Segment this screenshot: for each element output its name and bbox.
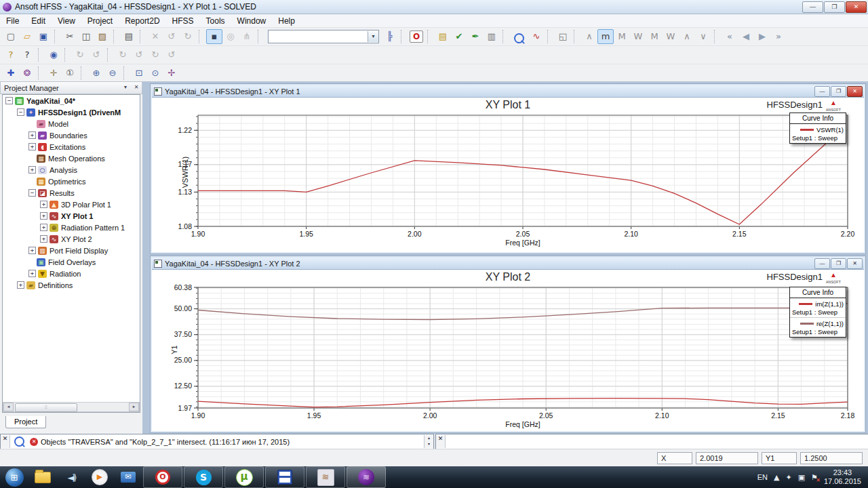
tree-item-project-yagakitai[interactable]: −▦YagaKitai_04* — [3, 95, 140, 106]
xy-plot-2-titlebar[interactable]: YagaKitai_04 - HFSSDesign1 - XY Plot 2 —… — [152, 258, 864, 269]
view-visibility-icon[interactable]: ◉ — [45, 47, 62, 62]
menu-hfss[interactable]: HFSS — [166, 15, 200, 27]
opera-icon[interactable]: O — [143, 466, 182, 488]
coil-tool-icon[interactable]: ≋ — [306, 466, 345, 488]
floppy-tool-icon[interactable] — [265, 466, 304, 488]
xy-plot-2-canvas[interactable]: 1.901.952.002.052.102.152.181.9712.5025.… — [156, 283, 857, 430]
action-center-icon[interactable]: ⚑✕ — [811, 473, 818, 482]
mail-icon[interactable]: ✉ — [115, 467, 142, 487]
collapse-icon[interactable]: − — [5, 97, 13, 104]
orbit-2-icon[interactable]: ↺ — [131, 47, 147, 62]
expand-icon[interactable]: + — [28, 270, 36, 277]
tree-item-3d-polar-plot-1[interactable]: +▲3D Polar Plot 1 — [3, 199, 140, 210]
expand-icon[interactable]: + — [28, 166, 36, 174]
wave-min-icon[interactable]: W — [630, 29, 646, 44]
coordinate-axes-icon[interactable]: ✢ — [163, 66, 180, 81]
chevron-down-icon[interactable]: ▼ — [368, 31, 378, 42]
solution-data-icon[interactable]: ▥ — [484, 29, 500, 44]
menu-edit[interactable]: Edit — [25, 15, 52, 27]
plot1-legend[interactable]: Curve Info VSWR(1) Setup1 : Sweep — [789, 113, 846, 144]
tree-item-port-field-display[interactable]: +▥Port Field Display — [3, 245, 140, 256]
open-file-icon[interactable]: ▱ — [19, 29, 35, 44]
xy-plot-1-canvas[interactable]: 1.901.952.002.052.102.152.201.081.131.17… — [156, 111, 857, 249]
material-combobox[interactable]: ▼ — [268, 30, 379, 43]
next-page-icon[interactable]: ▶ — [754, 29, 770, 44]
expand-icon[interactable]: + — [28, 247, 36, 254]
scroll-left-icon[interactable]: ◂ — [3, 403, 14, 411]
tree-item-model[interactable]: ▰Model — [3, 118, 140, 129]
tree-horizontal-scrollbar[interactable]: ◂ ⫶⫶ ▸ — [3, 402, 140, 412]
restore-button[interactable]: ❐ — [824, 1, 845, 13]
plot2-maximize-button[interactable]: ❐ — [831, 258, 846, 269]
validate-icon[interactable]: ✔ — [451, 29, 467, 44]
tree-item-optimetrics[interactable]: ▦Optimetrics — [3, 176, 140, 187]
select-face-icon[interactable]: ◎ — [222, 29, 239, 44]
scrollbar-thumb[interactable]: ⫶⫶ — [15, 403, 77, 412]
window-titlebar[interactable]: Ansoft HFSS - YagaKitai_04 - HFSSDesign1… — [0, 0, 868, 14]
orbit-4-icon[interactable]: ↺ — [163, 47, 180, 62]
pan-icon[interactable]: ✛ — [45, 66, 62, 81]
collapse-icon[interactable]: − — [17, 108, 24, 116]
skype-icon[interactable]: S — [184, 466, 223, 488]
expand-icon[interactable]: + — [40, 224, 47, 231]
zoom-in-icon[interactable]: ⊕ — [88, 66, 104, 81]
menu-help[interactable]: Help — [272, 15, 301, 27]
tree-item-xy-plot-1[interactable]: +∿XY Plot 1 — [3, 210, 140, 222]
first-page-icon[interactable]: « — [722, 29, 738, 44]
abort-analysis-icon[interactable]: O — [410, 30, 423, 43]
copy-image-icon[interactable]: ◱ — [555, 29, 571, 44]
wave-peak-icon[interactable]: ∧ — [581, 29, 597, 44]
plot1-close-button[interactable]: ✕ — [847, 86, 863, 97]
undo-icon[interactable]: ↺ — [163, 29, 180, 44]
progress-close-icon[interactable]: ✕ — [436, 435, 446, 448]
plot2-legend[interactable]: Curve Info im(Z(1,1)) Setup1 : Sweep re(… — [789, 287, 846, 338]
prev-page-icon[interactable]: ◀ — [738, 29, 754, 44]
cut-icon[interactable]: ✂ — [62, 29, 78, 44]
tree-item-design-hfssdesign1[interactable]: −✦HFSSDesign1 (DrivenM — [3, 106, 140, 118]
message-close-icon[interactable]: ✕ — [1, 435, 10, 448]
wave-down-icon[interactable]: ∨ — [695, 29, 711, 44]
tree-item-boundaries[interactable]: +▰Boundaries — [3, 129, 140, 141]
expand-icon[interactable]: + — [28, 143, 36, 150]
network-icon[interactable]: ▣ — [798, 473, 805, 482]
paste-icon[interactable]: ▨ — [94, 29, 111, 44]
expand-icon[interactable]: + — [40, 201, 47, 208]
expand-icon[interactable]: + — [40, 235, 47, 243]
tree-item-field-overlays[interactable]: ▣Field Overlays — [3, 256, 140, 268]
start-button[interactable]: ⊞ — [1, 467, 28, 487]
volume-mixer-icon[interactable]: ◄⟩⟩ — [58, 467, 85, 487]
plot2-minimize-button[interactable]: — — [814, 258, 830, 269]
expand-icon[interactable]: + — [17, 281, 24, 289]
minimize-button[interactable]: — — [802, 1, 823, 13]
rotate-axis-icon[interactable]: ↺ — [88, 47, 104, 62]
tree-item-xy-plot-2[interactable]: +∿XY Plot 2 — [3, 233, 140, 245]
create-report-icon[interactable]: ∿ — [528, 29, 545, 44]
xy-plot-1-titlebar[interactable]: YagaKitai_04 - HFSSDesign1 - XY Plot 1 —… — [152, 85, 864, 97]
help-topics-icon[interactable]: ? — [3, 47, 19, 62]
tree-item-mesh-operations[interactable]: ▦Mesh Operations — [3, 152, 140, 164]
language-indicator[interactable]: EN — [757, 473, 768, 481]
menu-window[interactable]: Window — [231, 15, 273, 27]
message-spinner[interactable]: ▴▾ — [424, 435, 433, 448]
solution-profile-icon[interactable]: ▤ — [435, 29, 451, 44]
wave-max-icon[interactable]: M — [614, 29, 630, 44]
expand-icon[interactable]: + — [40, 212, 47, 220]
delete-icon[interactable]: ✕ — [147, 29, 163, 44]
zoom-search-icon[interactable] — [514, 33, 524, 43]
rotate-model-icon[interactable]: ↻ — [72, 47, 88, 62]
show-hidden-icons[interactable]: ▲ — [774, 473, 779, 482]
select-object-icon[interactable]: ▪ — [206, 29, 222, 44]
close-button[interactable]: ✕ — [846, 1, 867, 13]
select-multi-icon[interactable]: ⋔ — [239, 29, 255, 44]
boolean-ops-icon[interactable]: ✚ — [3, 66, 19, 81]
project-manager-titlebar[interactable]: Project Manager ▾ ✕ — [0, 81, 142, 94]
fit-view-icon[interactable]: ⊙ — [147, 66, 163, 81]
tree-item-excitations[interactable]: +◖Excitations — [3, 141, 140, 152]
utorrent-icon[interactable]: µ — [224, 466, 264, 488]
menu-tools[interactable]: Tools — [200, 15, 231, 27]
collapse-icon[interactable]: − — [28, 189, 36, 197]
power-icon[interactable]: ✦ — [785, 473, 791, 482]
orbit-1-icon[interactable]: ↻ — [115, 47, 131, 62]
wave-up-icon[interactable]: ∧ — [679, 29, 695, 44]
analyze-icon[interactable]: ✒ — [467, 29, 484, 44]
